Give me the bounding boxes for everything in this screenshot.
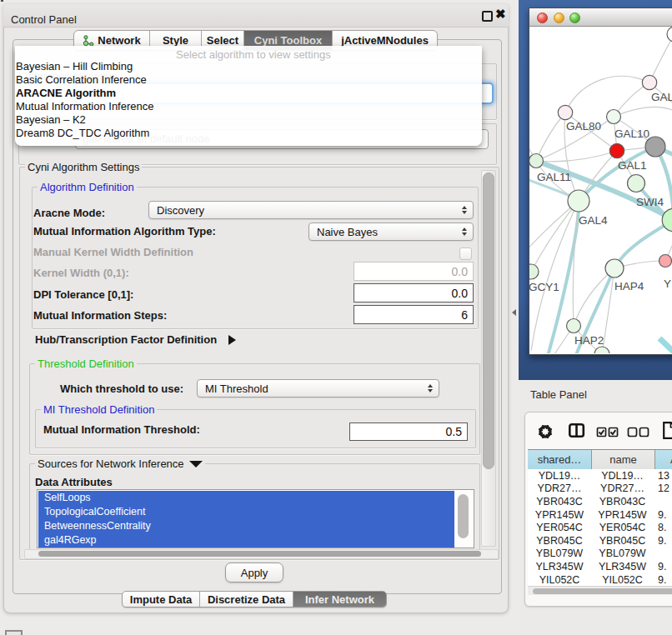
table-cell[interactable]: YDR27… — [591, 482, 654, 496]
table-cell[interactable]: YPR145W — [591, 508, 654, 522]
algorithm-dropdown-item[interactable]: Bayesian – K2 — [16, 113, 466, 127]
table-cell[interactable]: YLR345W — [591, 560, 654, 573]
table-horizontal-scrollbar[interactable] — [528, 586, 672, 595]
table-row[interactable]: YBL079WYBL079W — [528, 548, 672, 561]
collapsed-panel-icon[interactable] — [5, 630, 23, 635]
apply-button[interactable]: Apply — [225, 562, 283, 582]
settings-vertical-scrollbar[interactable] — [481, 170, 496, 547]
network-node[interactable] — [568, 190, 589, 212]
settings-vertical-scrollbar-thumb[interactable] — [483, 172, 494, 469]
table-cell[interactable]: 8. — [654, 521, 672, 534]
table-cell[interactable]: 9. — [654, 508, 672, 522]
network-edge[interactable] — [649, 34, 672, 82]
gear-icon[interactable] — [539, 426, 550, 437]
data-attribute-item[interactable]: SelfLoops — [38, 491, 454, 505]
algorithm-dropdown-item[interactable]: Dream8 DC_TDC Algorithm — [16, 127, 466, 140]
network-node[interactable] — [659, 255, 672, 268]
network-node[interactable] — [607, 110, 621, 124]
zoom-traffic-light-icon[interactable] — [569, 12, 580, 23]
document-icon[interactable] — [664, 422, 672, 438]
network-node[interactable] — [567, 319, 581, 333]
network-node[interactable] — [642, 75, 656, 89]
hub-expander[interactable]: Hub/Transcription Factor Definition — [35, 333, 236, 346]
split-table-icon[interactable] — [569, 424, 584, 437]
table-cell[interactable]: YIL052C — [591, 573, 654, 586]
network-edge[interactable] — [614, 107, 672, 117]
checked-columns-icon[interactable] — [598, 428, 618, 437]
minimize-traffic-light-icon[interactable] — [554, 12, 564, 23]
table-cell[interactable]: YLR345W — [528, 560, 591, 573]
network-edge[interactable] — [659, 338, 672, 353]
mi-steps-field[interactable]: 6 — [354, 305, 474, 324]
which-threshold-combo[interactable]: MI Threshold — [197, 379, 439, 398]
table-row[interactable]: YDR27…YDR27…12 — [528, 482, 672, 496]
table-cell[interactable]: 9. — [654, 573, 672, 586]
mi-threshold-field[interactable]: 0.5 — [349, 422, 468, 441]
table-cell[interactable]: 13 — [654, 469, 672, 482]
control-panel-titlebar[interactable]: Control Panel — [3, 4, 509, 28]
table-row[interactable]: YIL052CYIL052C9. — [528, 573, 672, 586]
column-header-avg-shortest-path[interactable]: AverageShortestPathLength — [655, 450, 672, 469]
network-node[interactable] — [609, 143, 624, 158]
table-cell[interactable]: YDL19… — [528, 469, 591, 482]
network-edge[interactable] — [536, 112, 565, 161]
table-cell[interactable]: YPR145W — [528, 508, 591, 522]
manual-kernel-checkbox[interactable] — [459, 248, 472, 260]
dpi-tolerance-field[interactable]: 0.0 — [354, 283, 474, 302]
table-horizontal-scrollbar-thumb[interactable] — [533, 588, 672, 594]
table-cell[interactable]: 9. — [654, 534, 672, 548]
table-row[interactable]: YER054CYER054C8. — [528, 521, 672, 534]
aracne-mode-combo[interactable]: Discovery — [148, 201, 474, 219]
table-row[interactable]: YPR145WYPR145W9. — [528, 508, 672, 522]
data-attribute-item[interactable]: gal4RGexp — [38, 533, 454, 548]
network-node[interactable] — [667, 27, 672, 42]
table-cell[interactable] — [654, 495, 672, 508]
table-cell[interactable]: YDR27… — [528, 482, 591, 496]
data-attribute-item[interactable]: BetweennessCentrality — [38, 519, 454, 533]
table-row[interactable]: YLR345WYLR345W9. — [528, 560, 672, 573]
table-cell[interactable]: YBL079W — [591, 548, 654, 561]
algorithm-dropdown-item[interactable]: Mutual Information Inference — [16, 100, 466, 113]
table-body[interactable]: YDL19…YDL19…13YDR27…YDR27…12YBR043CYBR04… — [528, 469, 672, 586]
unchecked-columns-icon[interactable] — [629, 428, 649, 437]
table-row[interactable]: YBR045CYBR045C9. — [528, 534, 672, 548]
algorithm-dropdown-item[interactable]: Bayesian – Hill Climbing — [16, 60, 466, 73]
table-cell[interactable]: YBL079W — [528, 548, 591, 561]
table-cell[interactable] — [654, 548, 672, 561]
table-cell[interactable]: YBR043C — [591, 495, 654, 508]
network-node[interactable] — [594, 347, 609, 353]
table-row[interactable]: YBR043CYBR043C — [528, 495, 672, 508]
table-cell[interactable]: YIL052C — [528, 573, 591, 586]
tab-infer-network[interactable]: Infer Network — [293, 592, 386, 607]
network-window-titlebar[interactable] — [529, 8, 672, 27]
network-node[interactable] — [628, 175, 645, 192]
network-node[interactable] — [529, 264, 539, 279]
network-node[interactable] — [529, 154, 544, 168]
column-header-shared-name[interactable]: shared… — [528, 450, 592, 469]
close-traffic-light-icon[interactable] — [537, 12, 548, 23]
network-edge[interactable] — [565, 76, 649, 112]
table-cell[interactable]: YBR045C — [591, 534, 654, 548]
table-row[interactable]: YDL19…YDL19…13 — [528, 469, 672, 482]
table-cell[interactable]: YER054C — [591, 521, 654, 534]
table-cell[interactable]: YER054C — [528, 521, 591, 534]
kernel-width-field[interactable]: 0.0 — [354, 262, 474, 281]
close-window-button[interactable]: ✖ — [495, 7, 506, 22]
algorithm-dropdown-item[interactable]: ARACNE Algorithm — [16, 87, 466, 100]
data-attribute-item[interactable]: TopologicalCoefficient — [38, 505, 454, 519]
table-cell[interactable]: YBR045C — [528, 534, 591, 548]
table-cell[interactable]: YDL19… — [591, 469, 654, 482]
float-window-button[interactable] — [482, 11, 493, 22]
column-header-name[interactable]: name — [592, 450, 655, 469]
table-cell[interactable]: 12 — [654, 482, 672, 496]
table-cell[interactable]: 9. — [654, 560, 672, 573]
splitter-collapse-icon[interactable] — [512, 309, 516, 316]
settings-horizontal-scrollbar-thumb[interactable] — [38, 551, 481, 557]
sources-group-title-wrap[interactable]: Sources for Network Inference — [35, 458, 205, 470]
tab-discretize-data[interactable]: Discretize Data — [200, 592, 293, 607]
network-node[interactable] — [558, 105, 572, 119]
attributes-list-scrollbar[interactable] — [454, 491, 473, 547]
algorithm-dropdown-item[interactable]: Basic Correlation Inference — [16, 73, 466, 87]
network-node[interactable] — [605, 259, 624, 278]
network-canvas[interactable]: GALGAL80GAL10GAL1GAL11SWI4GAL4GCY1HAP4YH… — [529, 27, 672, 353]
